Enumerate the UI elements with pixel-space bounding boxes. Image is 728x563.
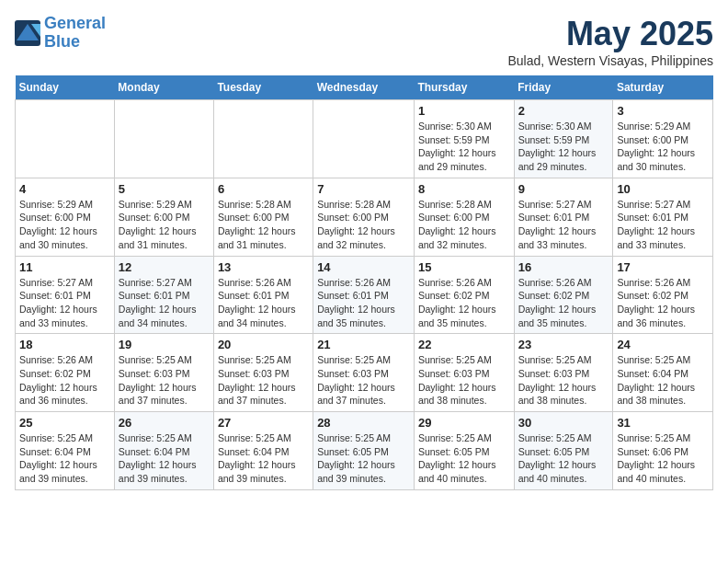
day-info: Sunrise: 5:25 AM Sunset: 6:04 PM Dayligh…: [19, 431, 110, 486]
day-number: 25: [19, 416, 110, 430]
calendar-cell: [213, 100, 313, 178]
day-number: 19: [119, 338, 210, 351]
day-info: Sunrise: 5:25 AM Sunset: 6:05 PM Dayligh…: [418, 431, 510, 486]
calendar-cell: 21Sunrise: 5:25 AM Sunset: 6:03 PM Dayli…: [313, 334, 415, 412]
day-number: 6: [218, 182, 309, 196]
day-number: 14: [317, 260, 410, 274]
calendar-table: Sunday Monday Tuesday Wednesday Thursday…: [15, 75, 713, 490]
calendar-cell: 18Sunrise: 5:26 AM Sunset: 6:02 PM Dayli…: [16, 334, 115, 412]
day-number: 12: [119, 260, 210, 274]
day-info: Sunrise: 5:30 AM Sunset: 5:59 PM Dayligh…: [418, 120, 510, 174]
day-number: 2: [518, 104, 609, 118]
calendar-cell: 20Sunrise: 5:25 AM Sunset: 6:03 PM Dayli…: [213, 334, 313, 412]
calendar-cell: 1Sunrise: 5:30 AM Sunset: 5:59 PM Daylig…: [414, 100, 514, 178]
day-info: Sunrise: 5:27 AM Sunset: 6:01 PM Dayligh…: [518, 198, 609, 252]
col-friday: Friday: [514, 75, 613, 100]
day-number: 21: [317, 338, 410, 351]
day-info: Sunrise: 5:27 AM Sunset: 6:01 PM Dayligh…: [617, 198, 709, 252]
calendar-week-5: 25Sunrise: 5:25 AM Sunset: 6:04 PM Dayli…: [16, 412, 713, 490]
calendar-cell: 3Sunrise: 5:29 AM Sunset: 6:00 PM Daylig…: [613, 100, 713, 178]
logo-line2: Blue: [44, 32, 80, 51]
day-info: Sunrise: 5:25 AM Sunset: 6:03 PM Dayligh…: [317, 353, 410, 408]
calendar-cell: [114, 100, 213, 178]
day-info: Sunrise: 5:25 AM Sunset: 6:04 PM Dayligh…: [218, 431, 309, 486]
day-number: 4: [19, 182, 110, 196]
day-info: Sunrise: 5:30 AM Sunset: 5:59 PM Dayligh…: [518, 120, 609, 174]
day-info: Sunrise: 5:25 AM Sunset: 6:05 PM Dayligh…: [518, 431, 609, 486]
day-info: Sunrise: 5:28 AM Sunset: 6:00 PM Dayligh…: [418, 198, 510, 252]
calendar-cell: [313, 100, 415, 178]
calendar-week-4: 18Sunrise: 5:26 AM Sunset: 6:02 PM Dayli…: [16, 334, 713, 412]
day-info: Sunrise: 5:26 AM Sunset: 6:02 PM Dayligh…: [19, 353, 110, 408]
calendar-cell: 10Sunrise: 5:27 AM Sunset: 6:01 PM Dayli…: [613, 178, 713, 256]
day-number: 29: [418, 416, 510, 430]
calendar-week-1: 1Sunrise: 5:30 AM Sunset: 5:59 PM Daylig…: [16, 100, 713, 178]
day-number: 30: [518, 416, 609, 430]
day-number: 23: [518, 338, 609, 351]
day-number: 8: [418, 182, 510, 196]
calendar-week-3: 11Sunrise: 5:27 AM Sunset: 6:01 PM Dayli…: [16, 256, 713, 334]
calendar-header: Sunday Monday Tuesday Wednesday Thursday…: [16, 75, 713, 100]
day-info: Sunrise: 5:28 AM Sunset: 6:00 PM Dayligh…: [218, 198, 309, 252]
day-info: Sunrise: 5:25 AM Sunset: 6:05 PM Dayligh…: [317, 431, 410, 486]
calendar-cell: 17Sunrise: 5:26 AM Sunset: 6:02 PM Dayli…: [613, 256, 713, 334]
day-number: 10: [617, 182, 709, 196]
header-row: Sunday Monday Tuesday Wednesday Thursday…: [16, 75, 713, 100]
day-number: 15: [418, 260, 510, 274]
day-info: Sunrise: 5:25 AM Sunset: 6:03 PM Dayligh…: [119, 353, 210, 408]
day-number: 31: [617, 416, 709, 430]
day-info: Sunrise: 5:26 AM Sunset: 6:01 PM Dayligh…: [218, 276, 309, 330]
day-info: Sunrise: 5:26 AM Sunset: 6:02 PM Dayligh…: [518, 276, 609, 330]
calendar-cell: 2Sunrise: 5:30 AM Sunset: 5:59 PM Daylig…: [514, 100, 613, 178]
col-sunday: Sunday: [16, 75, 115, 100]
col-thursday: Thursday: [414, 75, 514, 100]
logo-icon: [15, 20, 40, 46]
day-number: 28: [317, 416, 410, 430]
calendar-cell: [16, 100, 115, 178]
day-info: Sunrise: 5:25 AM Sunset: 6:06 PM Dayligh…: [617, 431, 709, 486]
calendar-cell: 4Sunrise: 5:29 AM Sunset: 6:00 PM Daylig…: [16, 178, 115, 256]
logo-line1: General: [44, 14, 106, 32]
calendar-cell: 5Sunrise: 5:29 AM Sunset: 6:00 PM Daylig…: [114, 178, 213, 256]
day-number: 13: [218, 260, 309, 274]
col-wednesday: Wednesday: [313, 75, 415, 100]
day-number: 26: [119, 416, 210, 430]
calendar-body: 1Sunrise: 5:30 AM Sunset: 5:59 PM Daylig…: [16, 100, 713, 490]
calendar-cell: 8Sunrise: 5:28 AM Sunset: 6:00 PM Daylig…: [414, 178, 514, 256]
day-number: 22: [418, 338, 510, 351]
calendar-cell: 30Sunrise: 5:25 AM Sunset: 6:05 PM Dayli…: [514, 412, 613, 490]
page-header: General Blue May 2025 Bulad, Western Vis…: [15, 15, 713, 68]
day-info: Sunrise: 5:29 AM Sunset: 6:00 PM Dayligh…: [19, 198, 110, 252]
col-tuesday: Tuesday: [213, 75, 313, 100]
col-monday: Monday: [114, 75, 213, 100]
location: Bulad, Western Visayas, Philippines: [507, 53, 713, 68]
day-number: 18: [19, 338, 110, 351]
calendar-cell: 19Sunrise: 5:25 AM Sunset: 6:03 PM Dayli…: [114, 334, 213, 412]
day-number: 16: [518, 260, 609, 274]
day-number: 17: [617, 260, 709, 274]
day-number: 9: [518, 182, 609, 196]
day-info: Sunrise: 5:26 AM Sunset: 6:02 PM Dayligh…: [617, 276, 709, 330]
day-info: Sunrise: 5:25 AM Sunset: 6:03 PM Dayligh…: [518, 353, 609, 408]
day-info: Sunrise: 5:29 AM Sunset: 6:00 PM Dayligh…: [617, 120, 709, 174]
calendar-week-2: 4Sunrise: 5:29 AM Sunset: 6:00 PM Daylig…: [16, 178, 713, 256]
calendar-cell: 23Sunrise: 5:25 AM Sunset: 6:03 PM Dayli…: [514, 334, 613, 412]
calendar-cell: 31Sunrise: 5:25 AM Sunset: 6:06 PM Dayli…: [613, 412, 713, 490]
calendar-cell: 13Sunrise: 5:26 AM Sunset: 6:01 PM Dayli…: [213, 256, 313, 334]
day-info: Sunrise: 5:25 AM Sunset: 6:03 PM Dayligh…: [418, 353, 510, 408]
calendar-cell: 24Sunrise: 5:25 AM Sunset: 6:04 PM Dayli…: [613, 334, 713, 412]
calendar-cell: 28Sunrise: 5:25 AM Sunset: 6:05 PM Dayli…: [313, 412, 415, 490]
calendar-cell: 9Sunrise: 5:27 AM Sunset: 6:01 PM Daylig…: [514, 178, 613, 256]
day-info: Sunrise: 5:28 AM Sunset: 6:00 PM Dayligh…: [317, 198, 410, 252]
calendar-cell: 26Sunrise: 5:25 AM Sunset: 6:04 PM Dayli…: [114, 412, 213, 490]
logo: General Blue: [15, 15, 106, 52]
day-info: Sunrise: 5:25 AM Sunset: 6:04 PM Dayligh…: [119, 431, 210, 486]
col-saturday: Saturday: [613, 75, 713, 100]
day-info: Sunrise: 5:27 AM Sunset: 6:01 PM Dayligh…: [119, 276, 210, 330]
day-number: 20: [218, 338, 309, 351]
title-block: May 2025 Bulad, Western Visayas, Philipp…: [507, 15, 713, 68]
calendar-cell: 16Sunrise: 5:26 AM Sunset: 6:02 PM Dayli…: [514, 256, 613, 334]
calendar-cell: 7Sunrise: 5:28 AM Sunset: 6:00 PM Daylig…: [313, 178, 415, 256]
day-info: Sunrise: 5:25 AM Sunset: 6:03 PM Dayligh…: [218, 353, 309, 408]
day-number: 11: [19, 260, 110, 274]
